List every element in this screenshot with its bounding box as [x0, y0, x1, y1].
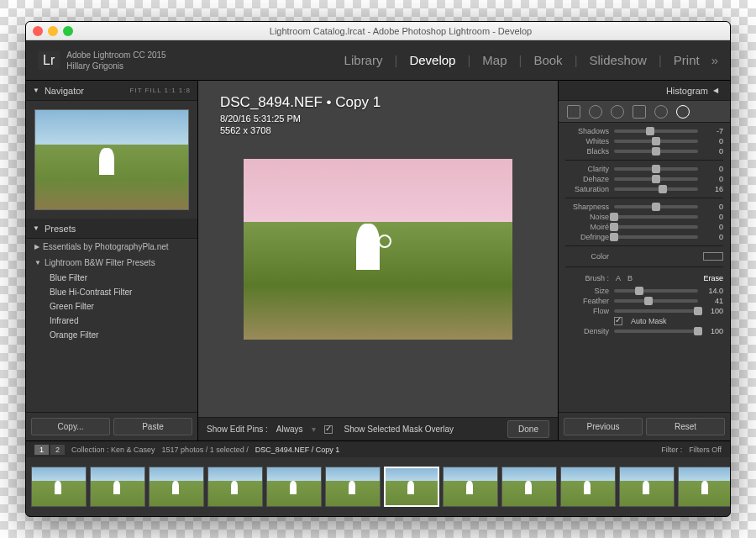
module-develop[interactable]: Develop: [409, 53, 455, 67]
histogram-title: Histogram: [666, 86, 708, 96]
navigator-zoom-options[interactable]: FIT FILL 1:1 1:8: [130, 87, 191, 94]
filmstrip-thumbnail[interactable]: [149, 467, 204, 507]
presets-header[interactable]: ▼ Presets: [26, 219, 197, 239]
preview-image[interactable]: [244, 159, 512, 340]
histogram-header[interactable]: Histogram ◀: [559, 81, 730, 101]
slider-clarity[interactable]: Clarity0: [565, 164, 723, 174]
edit-pins-dropdown[interactable]: Always: [276, 425, 303, 434]
brush-tool[interactable]: [676, 105, 690, 119]
app-logo: Lr: [38, 51, 60, 70]
slider-blacks[interactable]: Blacks0: [565, 146, 723, 156]
automask-checkbox[interactable]: [614, 317, 622, 325]
preset-group[interactable]: ▶ Essentials by PhotographyPla.net: [26, 239, 197, 255]
slider-flow[interactable]: Flow100: [565, 306, 723, 316]
mask-overlay-checkbox[interactable]: [324, 425, 333, 434]
module-slideshow[interactable]: Slideshow: [590, 53, 647, 67]
module-picker: Library|Develop|Map|Book|Slideshow|Print…: [344, 53, 718, 67]
filmstrip-thumbnail[interactable]: [207, 467, 263, 507]
filmstrip-thumbnail[interactable]: [560, 467, 616, 507]
reset-button[interactable]: Reset: [646, 418, 725, 435]
secondary-display-pages[interactable]: 1 2: [34, 445, 65, 455]
slider-shadows[interactable]: Shadows-7: [565, 126, 723, 136]
preset-item[interactable]: Blue Filter: [26, 271, 197, 285]
mask-overlay-label: Show Selected Mask Overlay: [344, 425, 454, 434]
copy-button[interactable]: Copy...: [31, 418, 110, 435]
done-button[interactable]: Done: [507, 420, 549, 438]
slider-saturation[interactable]: Saturation16: [565, 184, 723, 194]
filter-label: Filter :: [661, 446, 682, 454]
filmstrip-thumbnail[interactable]: [678, 467, 730, 507]
collection-name[interactable]: Collection : Ken & Casey: [71, 446, 155, 454]
navigator-title: Navigator: [45, 86, 84, 96]
preset-group[interactable]: ▼ Lightroom B&W Filter Presets: [26, 255, 197, 271]
disclosure-triangle-icon: ▼: [33, 224, 39, 232]
disclosure-triangle-icon: ▼: [33, 87, 39, 94]
previous-button[interactable]: Previous: [564, 418, 643, 435]
brush-b[interactable]: B: [627, 274, 633, 282]
slider-sharpness[interactable]: Sharpness0: [565, 202, 723, 212]
spot-tool[interactable]: [589, 105, 602, 119]
slider-defringe[interactable]: Defringe0: [565, 232, 723, 242]
slider-density[interactable]: Density100: [565, 326, 723, 336]
edit-pins-label: Show Edit Pins :: [207, 425, 268, 434]
window-minimize-button[interactable]: [48, 26, 58, 36]
image-date: 8/20/16 5:31:25 PM: [220, 113, 381, 124]
filmstrip-info-bar: 1 2 Collection : Ken & Casey 1517 photos…: [26, 440, 730, 457]
slider-whites[interactable]: Whites0: [565, 136, 723, 146]
slider-size[interactable]: Size14.0: [565, 286, 723, 296]
module-print[interactable]: Print: [674, 53, 700, 67]
filmstrip[interactable]: [26, 457, 730, 516]
preset-item[interactable]: Infrared: [26, 314, 197, 328]
filmstrip-thumbnail[interactable]: [90, 467, 145, 507]
presets-title: Presets: [45, 224, 76, 234]
slider-dehaze[interactable]: Dehaze0: [565, 174, 723, 184]
user-name: Hillary Grigonis: [66, 61, 165, 71]
color-swatch[interactable]: [703, 252, 723, 261]
window-title: Lightroom Catalog.lrcat - Adobe Photosho…: [78, 26, 723, 36]
image-preview-area[interactable]: DSC_8494.NEF • Copy 1 8/20/16 5:31:25 PM…: [198, 81, 558, 417]
image-dimensions: 5562 x 3708: [220, 125, 381, 135]
filmstrip-thumbnail[interactable]: [443, 467, 498, 507]
slider-noise[interactable]: Noise0: [565, 212, 723, 222]
brush-erase[interactable]: Erase: [703, 274, 723, 282]
navigator-preview[interactable]: [34, 109, 189, 210]
adjustment-sliders: Shadows-7Whites0Blacks0Clarity0Dehaze0Sa…: [559, 123, 730, 412]
radial-tool[interactable]: [654, 105, 668, 119]
local-adjustment-tools: [559, 101, 730, 123]
filmstrip-thumbnail[interactable]: [619, 467, 675, 507]
disclosure-triangle-icon: ◀: [713, 87, 718, 94]
filmstrip-thumbnail[interactable]: [501, 467, 557, 507]
module-book[interactable]: Book: [533, 53, 562, 67]
window-close-button[interactable]: [33, 26, 43, 36]
filter-dropdown[interactable]: Filters Off: [689, 446, 722, 454]
image-filename: DSC_8494.NEF • Copy 1: [220, 94, 381, 111]
redeye-tool[interactable]: [611, 105, 624, 119]
current-file: DSC_8494.NEF / Copy 1: [255, 446, 340, 454]
filmstrip-thumbnail[interactable]: [384, 467, 439, 507]
presets-list: ▶ Essentials by PhotographyPla.net▼ Ligh…: [26, 239, 197, 412]
titlebar: Lightroom Catalog.lrcat - Adobe Photosho…: [26, 22, 730, 40]
gradient-tool[interactable]: [633, 105, 646, 119]
module-library[interactable]: Library: [344, 53, 383, 67]
filmstrip-thumbnail[interactable]: [31, 467, 87, 507]
navigator-header[interactable]: ▼ Navigator FIT FILL 1:1 1:8: [26, 81, 197, 101]
filmstrip-thumbnail[interactable]: [325, 467, 381, 507]
app-name: Adobe Lightroom CC 2015: [66, 50, 165, 61]
preset-item[interactable]: Blue Hi-Contrast Filter: [26, 285, 197, 299]
photo-count: 1517 photos / 1 selected /: [162, 446, 249, 454]
filmstrip-thumbnail[interactable]: [266, 467, 322, 507]
slider-moiré[interactable]: Moiré0: [565, 222, 723, 232]
paste-button[interactable]: Paste: [113, 418, 192, 435]
brush-cursor-icon: [378, 235, 391, 248]
window-maximize-button[interactable]: [63, 26, 73, 36]
preset-item[interactable]: Orange Filter: [26, 328, 197, 342]
slider-feather[interactable]: Feather41: [565, 296, 723, 306]
preset-item[interactable]: Green Filter: [26, 299, 197, 314]
crop-tool[interactable]: [567, 105, 580, 119]
module-map[interactable]: Map: [482, 53, 507, 67]
brush-a[interactable]: A: [616, 274, 621, 282]
app-header: Lr Adobe Lightroom CC 2015 Hillary Grigo…: [26, 40, 730, 81]
